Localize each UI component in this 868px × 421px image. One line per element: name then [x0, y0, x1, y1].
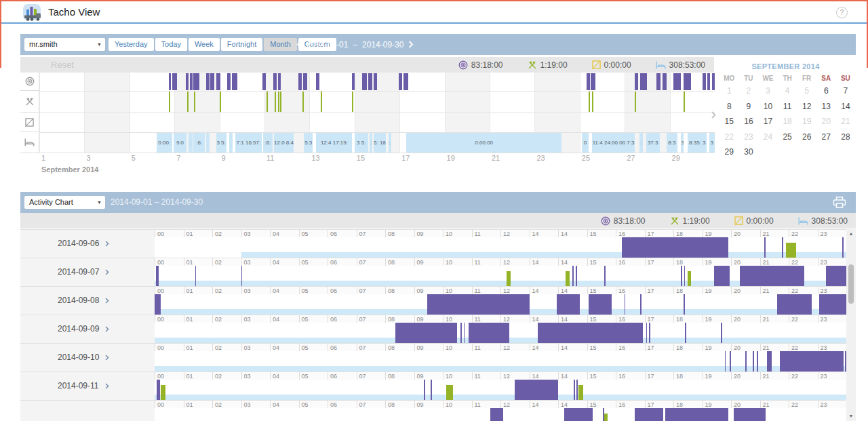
chart-type-select[interactable]: Activity Chart ▼ — [24, 196, 105, 209]
hour-tick — [212, 401, 213, 408]
hour-tick — [530, 287, 530, 294]
hour-tick — [673, 287, 674, 294]
calendar-day-7[interactable]: 7 — [836, 84, 856, 98]
calendar-day-6[interactable]: 6 — [816, 84, 836, 98]
month-axis-day: 5 — [132, 154, 136, 162]
rest-bar: 5:3 — [304, 133, 313, 153]
calendar-day-27[interactable]: 27 — [816, 130, 836, 144]
hour-tick — [587, 258, 588, 266]
calendar-day-14[interactable]: 14 — [836, 100, 856, 113]
filter-toolbar: mr.smith ▼ YesterdayTodayWeekFortnightMo… — [20, 34, 856, 55]
hour-tick — [385, 401, 386, 408]
hour-label: 00 — [157, 401, 164, 408]
calendar-day-16[interactable]: 16 — [739, 115, 759, 128]
range-button-month[interactable]: Month — [264, 38, 297, 51]
hour-label: 02 — [215, 401, 222, 408]
hour-label: 21 — [763, 316, 770, 323]
calendar-day-9[interactable]: 9 — [739, 100, 759, 113]
scroll-down-icon[interactable]: ▼ — [846, 414, 856, 418]
calendar-day-8[interactable]: 8 — [719, 100, 739, 113]
printer-icon[interactable] — [832, 196, 847, 212]
crossed-hammers-icon — [670, 216, 679, 226]
calendar-day-17[interactable]: 17 — [758, 115, 778, 128]
calendar-day-29[interactable]: 29 — [719, 145, 739, 159]
stat-availability: 0:00:00 — [592, 60, 631, 70]
rest-bar: : — [639, 133, 643, 153]
hour-tick — [184, 315, 184, 323]
calendar-weekday-fr: FR — [797, 75, 816, 82]
drive-bar — [227, 73, 231, 90]
availability-square-icon — [20, 113, 39, 132]
day-label[interactable]: 2014-09-07 — [58, 267, 109, 277]
range-button-fortnight[interactable]: Fortnight — [221, 38, 262, 51]
day-label[interactable]: 2014-09-11 — [58, 381, 109, 390]
hour-label: 11 — [475, 259, 481, 266]
day-activity-strip — [155, 266, 846, 286]
hour-label: 17 — [648, 230, 654, 237]
drive-bar — [464, 323, 465, 343]
hour-tick — [155, 230, 155, 237]
range-button-yesterday[interactable]: Yesterday — [108, 38, 154, 51]
work-bar — [604, 414, 608, 421]
work-bar — [635, 92, 636, 112]
vertical-scrollbar[interactable]: ▲ ▼ — [846, 229, 856, 421]
calendar-day-11[interactable]: 11 — [778, 100, 797, 113]
rest-bar: 3 — [681, 133, 684, 153]
work-bar — [280, 92, 281, 112]
hour-label: 07 — [359, 373, 366, 380]
range-button-today[interactable]: Today — [155, 38, 187, 51]
hour-label: 20 — [734, 344, 741, 351]
hour-tick — [558, 287, 559, 294]
day-row: 0001020304050607080910111214141516171819… — [20, 400, 846, 421]
help-icon[interactable]: ? — [836, 7, 848, 18]
day-label[interactable]: 2014-09-09 — [58, 324, 109, 334]
calendar-day-10[interactable]: 10 — [758, 100, 778, 113]
hour-label: 00 — [157, 230, 164, 237]
hour-label: 15 — [590, 401, 597, 408]
hour-tick — [673, 230, 674, 237]
calendar-day-30[interactable]: 30 — [739, 145, 759, 159]
rest-band — [155, 366, 846, 372]
drive-bar — [195, 266, 197, 286]
drive-bar — [576, 380, 578, 400]
calendar-day-5: 5 — [797, 84, 816, 98]
hour-label: 20 — [734, 230, 741, 237]
hour-label: 21 — [763, 287, 770, 294]
day-activity-strip — [155, 408, 846, 421]
day-label[interactable]: 2014-09-08 — [58, 296, 109, 305]
rest-bar: 8:35: 3 — [688, 133, 707, 153]
hour-tick — [414, 230, 415, 237]
chevron-right-icon[interactable] — [408, 41, 414, 48]
driver-select[interactable]: mr.smith ▼ — [24, 38, 105, 51]
calendar-day-26[interactable]: 26 — [797, 130, 816, 144]
hour-tick — [558, 344, 559, 351]
hour-label: 02 — [215, 373, 222, 380]
hour-label: 15 — [590, 287, 597, 294]
hour-tick — [472, 230, 473, 237]
drive-bar — [298, 73, 302, 90]
hour-tick — [385, 230, 386, 237]
calendar-day-12[interactable]: 12 — [797, 100, 816, 113]
range-button-week[interactable]: Week — [189, 38, 220, 51]
rest-band — [155, 395, 846, 400]
calendar-day-28[interactable]: 28 — [836, 130, 856, 144]
hour-tick — [645, 258, 646, 266]
hour-label: 06 — [330, 287, 337, 294]
hour-axis: 0001020304050607080910111214141516171819… — [155, 258, 846, 266]
day-row: 2014-09-06000102030405060708091011121414… — [20, 229, 846, 258]
month-axis-day: 27 — [627, 154, 635, 162]
calendar-day-25[interactable]: 25 — [778, 130, 797, 144]
hour-label: 00 — [157, 344, 164, 351]
day-label[interactable]: 2014-09-06 — [58, 239, 109, 248]
calendar-day-15[interactable]: 15 — [719, 115, 739, 128]
hour-label: 14 — [532, 230, 539, 237]
chevron-left-icon[interactable] — [296, 41, 302, 48]
hour-tick — [731, 230, 732, 237]
scrollbar-thumb[interactable] — [848, 264, 854, 304]
scroll-up-icon[interactable]: ▲ — [846, 231, 856, 236]
day-label[interactable]: 2014-09-10 — [58, 353, 109, 362]
reset-button[interactable]: Reset — [51, 60, 74, 70]
hour-label: 14 — [561, 316, 568, 323]
calendar-day-13[interactable]: 13 — [816, 100, 836, 113]
drive-bar — [278, 73, 281, 90]
